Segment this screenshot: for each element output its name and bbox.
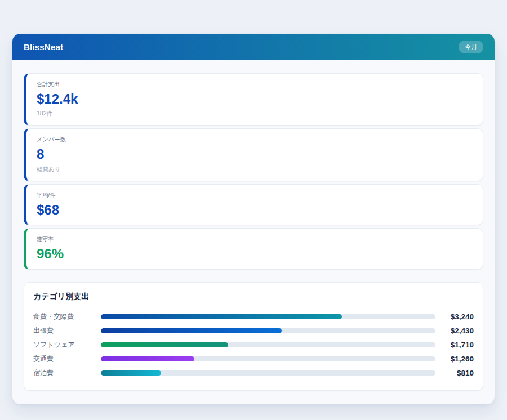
dashboard-content: 合計支出 $12.4k 182件 メンバー数 8 経費あり 平均/件 $68 遵… (12, 60, 495, 404)
stat-value: $68 (37, 203, 473, 217)
stat-card-total-spend: 合計支出 $12.4k 182件 (24, 73, 483, 126)
category-label: ソフトウェア (33, 340, 101, 350)
category-label: 出張費 (33, 326, 101, 336)
stat-sublabel: 経費あり (37, 166, 473, 173)
category-value: $2,430 (441, 327, 474, 335)
stat-value: $12.4k (37, 92, 473, 106)
category-row: ソフトウェア $1,710 (33, 338, 474, 352)
bar-track (101, 314, 435, 319)
stat-sublabel: 182件 (37, 110, 473, 118)
bar-fill (101, 356, 194, 361)
bar-fill (101, 328, 282, 333)
stat-card-compliance-rate: 遵守率 96% (24, 228, 483, 269)
stat-value: 8 (37, 147, 473, 162)
stat-card-average-per-item: 平均/件 $68 (24, 184, 483, 225)
category-row: 出張費 $2,430 (33, 324, 474, 338)
stat-label: 合計支出 (37, 81, 473, 88)
category-label: 交通費 (33, 354, 101, 364)
category-row: 宿泊費 $810 (33, 366, 474, 380)
bar-track (101, 342, 435, 347)
app-title: BlissNeat (24, 42, 63, 52)
category-card-title: カテゴリ別支出 (33, 292, 474, 302)
period-badge[interactable]: 今月 (459, 41, 483, 53)
category-value: $1,710 (441, 341, 474, 349)
category-value: $3,240 (441, 312, 474, 321)
expense-dashboard-panel: BlissNeat 今月 合計支出 $12.4k 182件 メンバー数 8 経費… (12, 34, 495, 404)
category-label: 食費・交際費 (33, 312, 101, 321)
stats-list: 合計支出 $12.4k 182件 メンバー数 8 経費あり 平均/件 $68 遵… (24, 73, 483, 270)
category-row: 交通費 $1,260 (33, 352, 474, 366)
category-label: 宿泊費 (33, 368, 101, 378)
category-row: 食費・交際費 $3,240 (33, 310, 474, 324)
bar-track (101, 328, 435, 333)
category-value: $1,260 (441, 355, 474, 363)
category-value: $810 (441, 369, 474, 377)
stat-label: 遵守率 (37, 235, 473, 243)
stat-value: 96% (37, 247, 473, 261)
bar-track (101, 370, 435, 376)
app-header: BlissNeat 今月 (12, 34, 495, 60)
bar-fill (101, 342, 228, 347)
stat-card-member-count: メンバー数 8 経費あり (24, 128, 483, 181)
category-breakdown-card: カテゴリ別支出 食費・交際費 $3,240 出張費 $2,430 ソフトウェア (24, 282, 483, 391)
stat-label: 平均/件 (37, 191, 473, 199)
bar-fill (101, 370, 161, 376)
bar-track (101, 356, 435, 361)
stat-label: メンバー数 (37, 136, 473, 144)
bar-fill (101, 314, 342, 319)
